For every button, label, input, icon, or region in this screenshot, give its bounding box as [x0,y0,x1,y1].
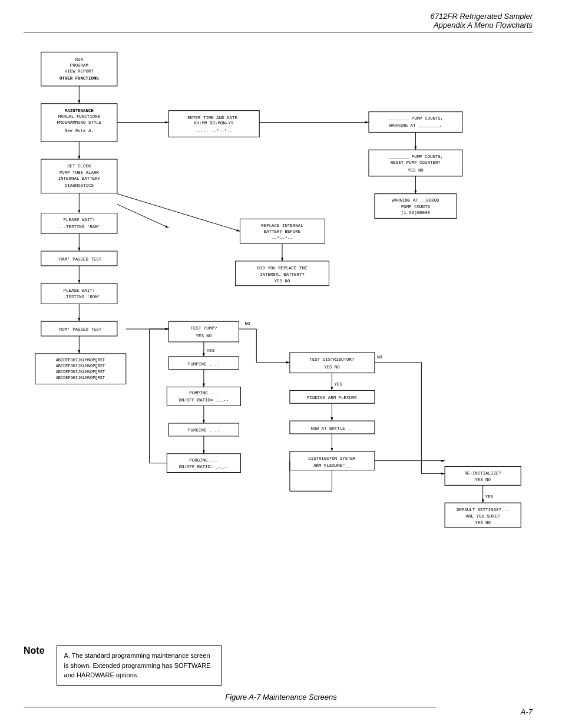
header-divider [24,32,533,32]
note-section: Note A. The standard programming mainten… [24,645,538,686]
svg-text:DEFAULT SETTINGS?...: DEFAULT SETTINGS?... [457,508,509,512]
diagram-svg: RUN PROGRAM VIEW REPORT OTHER FUNCTIONS … [24,38,538,640]
figure-caption: Figure A-7 Maintenance Screens [24,693,538,701]
svg-rect-69 [168,321,239,342]
svg-text:RUN: RUN [75,57,83,62]
svg-line-37 [117,205,168,228]
svg-text:________ PUMP COUNTS,: ________ PUMP COUNTS, [388,154,444,159]
svg-text:YES: YES [207,348,215,353]
svg-rect-18 [369,112,462,133]
svg-text:INTERNAL BATTERY?: INTERNAL BATTERY? [260,272,305,277]
svg-text:NO: NO [377,355,382,360]
svg-text:YES  NO: YES NO [475,477,491,482]
svg-text:(1-99)00000: (1-99)00000 [401,210,430,215]
svg-text:'RAM' PASSED TEST: 'RAM' PASSED TEST [57,257,101,262]
svg-text:YES  NO: YES NO [408,168,424,173]
svg-text:ABCDEFGHIJKLMNOPQRST: ABCDEFGHIJKLMNOPQRST [56,358,105,363]
svg-text:INTERNAL BATTERY: INTERNAL BATTERY [58,176,101,181]
svg-text:YES  NO: YES NO [196,334,212,338]
svg-text:WARNING AT ________,: WARNING AT ________, [389,123,442,128]
svg-text:PUMPING ....: PUMPING .... [188,362,220,367]
svg-text:FINDING ARM FLEXURE: FINDING ARM FLEXURE [307,396,357,400]
svg-text:YES: YES [485,495,494,499]
svg-text:NO: NO [244,321,250,326]
svg-text:ABCDEFGHIJKLMNOPQRST: ABCDEFGHIJKLMNOPQRST [56,364,105,368]
svg-text:ABCDEFGHIJKLMNOPQRST: ABCDEFGHIJKLMNOPQRST [56,370,105,374]
svg-text:DID YOU REPLACE THE: DID YOU REPLACE THE [257,266,308,271]
svg-text:...TESTING 'RAM': ...TESTING 'RAM' [58,225,100,229]
svg-text:TEST PUMP?: TEST PUMP? [191,326,217,331]
svg-text:PROGRAM: PROGRAM [70,63,88,68]
flowchart-diagram: RUN PROGRAM VIEW REPORT OTHER FUNCTIONS … [24,38,538,640]
svg-text:RE-INITIALIZE?: RE-INITIALIZE? [464,471,501,476]
svg-text:PUMP COUNTS: PUMP COUNTS [401,205,431,209]
svg-text:See Note A.: See Note A. [65,129,94,133]
svg-text:TEST DISTRIBUTOR?: TEST DISTRIBUTOR? [309,357,354,362]
svg-text:--:--  --*--*--: --:-- --*--*-- [196,129,233,133]
svg-text:PURGING ...: PURGING ... [189,458,218,463]
header-title: 6712FR Refrigerated Sampler [24,12,533,21]
svg-text:________ PUMP COUNTS,: ________ PUMP COUNTS, [388,116,444,121]
svg-text:PLEASE WAIT!: PLEASE WAIT! [64,218,95,222]
svg-text:YES  NO: YES NO [475,521,491,525]
svg-rect-56 [41,284,117,304]
svg-rect-94 [290,353,375,373]
svg-text:NOW AT BOTTLE __: NOW AT BOTTLE __ [311,426,353,431]
note-content: A. The standard programming maintenance … [64,652,211,678]
svg-text:OTHER FUNCTIONS: OTHER FUNCTIONS [59,76,99,81]
page: 6712FR Refrigerated Sampler Appendix A M… [0,0,562,728]
svg-text:RESET PUMP COUNTER?: RESET PUMP COUNTER? [391,160,441,165]
svg-text:ENTER TIME AND DATE:: ENTER TIME AND DATE: [187,116,240,120]
footer-line [24,707,436,707]
svg-text:VIEW REPORT: VIEW REPORT [65,69,94,74]
svg-text:MAINTENANCE: MAINTENANCE [65,108,94,113]
page-number: A-7 [521,707,533,716]
svg-text:WARNING AT __00000: WARNING AT __00000 [392,198,439,203]
svg-text:'ROM' PASSED TEST: 'ROM' PASSED TEST [57,327,101,332]
svg-text:PUMPING ...: PUMPING ... [189,391,218,396]
svg-text:HH:MM  DD-MON-YY: HH:MM DD-MON-YY [194,121,233,126]
svg-text:ARM FLEXURE=__: ARM FLEXURE=__ [313,463,351,468]
note-box: A. The standard programming maintenance … [57,645,222,686]
svg-text:ABCDEFGHIJKLMNOPQRST: ABCDEFGHIJKLMNOPQRST [56,375,105,380]
svg-text:YES  NO: YES NO [324,365,340,370]
svg-text:PUMP TUBE ALARM: PUMP TUBE ALARM [59,170,99,175]
svg-text:ON/OFF RATIO= _._--: ON/OFF RATIO= _._-- [178,465,229,469]
header-subtitle: Appendix A Menu Flowcharts [24,21,533,29]
svg-rect-88 [167,454,240,473]
svg-text:PURGING ....: PURGING .... [188,428,220,433]
page-header: 6712FR Refrigerated Sampler Appendix A M… [24,12,538,32]
svg-text:BATTERY BEFORE: BATTERY BEFORE [264,229,301,234]
svg-text:SET CLOCK: SET CLOCK [67,164,91,169]
svg-text:PROGRAMMING STYLE: PROGRAMMING STYLE [57,120,101,125]
svg-text:ARE YOU SURE?: ARE YOU SURE? [466,514,500,519]
footer: A-7 [521,707,533,716]
note-title: Note [24,645,45,656]
svg-text:YES: YES [334,382,342,387]
svg-rect-81 [167,387,240,406]
svg-rect-49 [41,213,117,233]
svg-text:DISTRIBUTOR SYSTEM: DISTRIBUTOR SYSTEM [308,456,355,461]
svg-text:DIAGNOSTICS: DIAGNOSTICS [65,183,94,188]
svg-text:ON/OFF RATIO= _._--: ON/OFF RATIO= _._-- [178,398,229,403]
svg-text:YES  NO: YES NO [275,279,290,284]
svg-text:REPLACE INTERNAL: REPLACE INTERNAL [261,223,303,228]
svg-text:MANUAL FUNCTIONS: MANUAL FUNCTIONS [58,114,101,119]
svg-text:...TESTING 'ROM': ...TESTING 'ROM' [58,295,100,299]
svg-text:PLEASE WAIT!: PLEASE WAIT! [64,288,95,293]
svg-text:--*--*--: --*--*-- [272,236,293,241]
